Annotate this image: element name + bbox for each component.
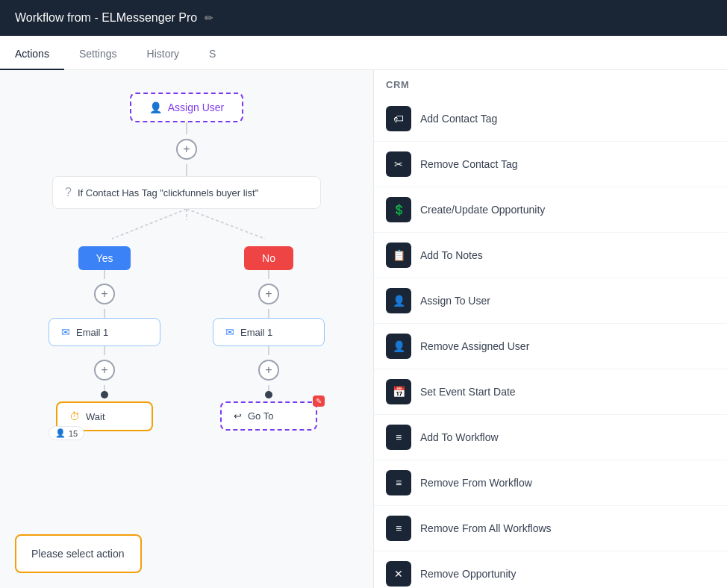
- workflow-title: Workflow from - ELMessenger Pro: [15, 11, 197, 25]
- goto-icon: ↩: [234, 410, 242, 422]
- please-select-action[interactable]: Please select action: [15, 534, 142, 573]
- plus-button-1[interactable]: +: [176, 139, 197, 160]
- action-label-add-to-workflow: Add To Workflow: [420, 431, 499, 443]
- action-icon-remove-from-workflow: ≡: [386, 470, 411, 495]
- email-icon-2: ✉: [225, 326, 234, 338]
- action-icon-remove-assigned-user: 👤: [386, 334, 411, 359]
- yes-plus-2[interactable]: +: [94, 360, 115, 381]
- action-item-create-update-opportunity[interactable]: 💲Create/Update Opportunity: [374, 187, 727, 233]
- user-count: 15: [69, 429, 78, 438]
- yes-connector-4: [104, 385, 105, 391]
- action-item-add-contact-tag[interactable]: 🏷Add Contact Tag: [374, 96, 727, 142]
- user-badge: 👤 15: [49, 426, 84, 440]
- connector-1: [186, 122, 187, 134]
- no-branch: No + ✉ Email 1 +: [202, 246, 336, 431]
- tab-settings[interactable]: Settings: [64, 39, 132, 70]
- yes-connector-1: [104, 270, 105, 279]
- edit-badge: ✎: [313, 395, 325, 407]
- svg-line-1: [187, 209, 265, 239]
- action-icon-remove-from-all-workflows: ≡: [386, 516, 411, 541]
- tab-history[interactable]: History: [132, 39, 195, 70]
- action-icon-add-to-notes: 📋: [386, 243, 411, 268]
- no-connect-dot: [265, 391, 272, 398]
- action-icon-remove-contact-tag: ✂: [386, 151, 411, 177]
- action-item-remove-from-workflow[interactable]: ≡Remove From Workflow: [374, 460, 727, 506]
- goto-node[interactable]: ↩ Go To: [220, 401, 317, 431]
- action-icon-create-update-opportunity: 💲: [386, 197, 411, 222]
- action-label-remove-opportunity: Remove Opportunity: [420, 568, 516, 580]
- action-item-add-to-workflow[interactable]: ≡Add To Workflow: [374, 415, 727, 460]
- action-item-set-event-start-date[interactable]: 📅Set Event Start Date: [374, 369, 727, 415]
- action-item-remove-assigned-user[interactable]: 👤Remove Assigned User: [374, 324, 727, 369]
- tab-bar: Actions Settings History S: [0, 36, 727, 70]
- condition-text: If Contact Has Tag "clickfunnels buyer l…: [78, 187, 258, 198]
- connector-2: [186, 164, 187, 176]
- yes-email-label: Email 1: [76, 327, 108, 338]
- please-select-text: Please select action: [31, 548, 125, 560]
- no-email-label: Email 1: [240, 327, 272, 338]
- no-connector-4: [268, 385, 269, 391]
- yes-connector-3: [104, 346, 105, 355]
- action-icon-add-contact-tag: 🏷: [386, 106, 411, 131]
- action-label-add-contact-tag: Add Contact Tag: [420, 113, 497, 125]
- action-label-set-event-start-date: Set Event Start Date: [420, 386, 516, 398]
- no-button[interactable]: No: [244, 246, 293, 270]
- action-icon-set-event-start-date: 📅: [386, 379, 411, 404]
- tab-actions[interactable]: Actions: [0, 39, 64, 70]
- tab-s[interactable]: S: [194, 39, 231, 70]
- action-item-assign-to-user[interactable]: 👤Assign To User: [374, 278, 727, 324]
- yes-email-node[interactable]: ✉ Email 1: [49, 318, 160, 346]
- workflow-canvas: 👤 Assign User + ? If Contact Has Tag "cl…: [0, 70, 373, 588]
- no-connector-2: [268, 309, 269, 318]
- canvas-inner: 👤 Assign User + ? If Contact Has Tag "cl…: [0, 70, 373, 446]
- user-icon: 👤: [55, 428, 66, 438]
- action-panel: CRM 🏷Add Contact Tag✂Remove Contact Tag💲…: [373, 70, 727, 588]
- clock-icon: ⏱: [69, 410, 80, 422]
- action-item-remove-contact-tag[interactable]: ✂Remove Contact Tag: [374, 142, 727, 187]
- goto-label: Go To: [248, 410, 273, 422]
- action-item-remove-from-all-workflows[interactable]: ≡Remove From All Workflows: [374, 506, 727, 551]
- condition-icon: ?: [65, 186, 72, 199]
- no-plus-2[interactable]: +: [258, 360, 279, 381]
- action-item-add-to-notes[interactable]: 📋Add To Notes: [374, 233, 727, 278]
- please-select-container: Please select action: [15, 534, 142, 573]
- action-icon-remove-opportunity: ✕: [386, 561, 411, 587]
- action-label-add-to-notes: Add To Notes: [420, 249, 483, 261]
- no-connector-3: [268, 346, 269, 355]
- action-label-remove-contact-tag: Remove Contact Tag: [420, 158, 517, 170]
- header: Workflow from - ELMessenger Pro ✏: [0, 0, 727, 36]
- section-title-crm: CRM: [374, 70, 727, 96]
- branches: Yes + ✉ Email 1 +: [37, 246, 336, 431]
- edit-icon[interactable]: ✏: [205, 12, 213, 24]
- main-layout: 👤 Assign User + ? If Contact Has Tag "cl…: [0, 70, 727, 588]
- yes-plus[interactable]: +: [94, 284, 115, 304]
- action-label-create-update-opportunity: Create/Update Opportunity: [420, 204, 545, 216]
- action-icon-assign-to-user: 👤: [386, 288, 411, 313]
- yes-branch: Yes + ✉ Email 1 +: [37, 246, 172, 431]
- yes-connector-2: [104, 309, 105, 318]
- action-label-assign-to-user: Assign To User: [420, 295, 490, 307]
- action-icon-add-to-workflow: ≡: [386, 425, 411, 450]
- no-plus[interactable]: +: [258, 284, 279, 304]
- assign-user-icon: 👤: [149, 101, 162, 113]
- action-label-remove-assigned-user: Remove Assigned User: [420, 340, 529, 352]
- action-item-remove-opportunity[interactable]: ✕Remove Opportunity: [374, 551, 727, 588]
- yes-connect-dot: [101, 391, 108, 398]
- assign-user-node[interactable]: 👤 Assign User: [130, 93, 243, 122]
- email-icon-1: ✉: [61, 326, 70, 338]
- action-label-remove-from-all-workflows: Remove From All Workflows: [420, 522, 552, 534]
- action-label-remove-from-workflow: Remove From Workflow: [420, 477, 532, 489]
- assign-user-label: Assign User: [168, 101, 224, 113]
- no-email-node[interactable]: ✉ Email 1: [213, 318, 325, 346]
- svg-line-0: [112, 209, 187, 239]
- yes-button[interactable]: Yes: [78, 246, 131, 270]
- action-list: 🏷Add Contact Tag✂Remove Contact Tag💲Crea…: [374, 96, 727, 588]
- no-connector-1: [268, 270, 269, 279]
- wait-label: Wait: [86, 411, 105, 422]
- condition-node[interactable]: ? If Contact Has Tag "clickfunnels buyer…: [52, 176, 321, 209]
